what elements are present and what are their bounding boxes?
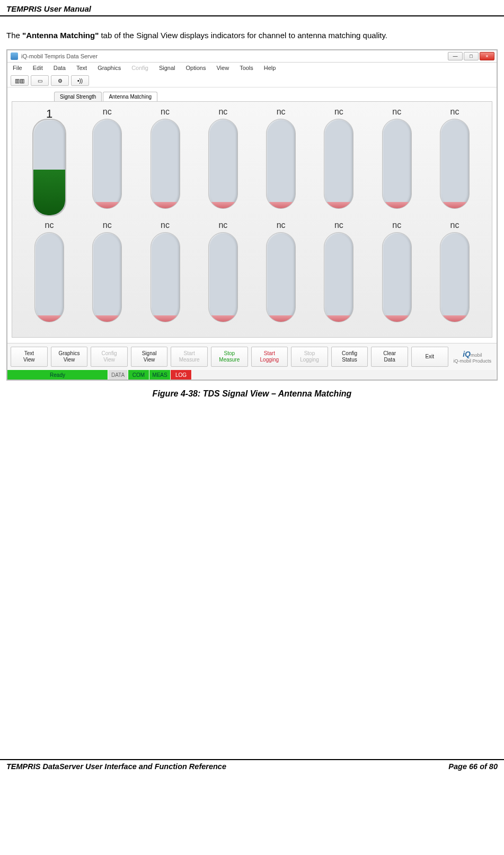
gauge-label: nc [334,107,343,118]
footer-left: TEMPRIS DataServer User Interface and Fu… [6,762,226,771]
close-button[interactable]: × [480,52,494,60]
clear-data-button[interactable]: ClearData [371,347,408,367]
app-window: iQ-mobil Tempris Data Server — □ × File … [6,49,498,381]
menu-graphics[interactable]: Graphics [98,65,121,71]
tab-signal-strength[interactable]: Signal Strength [54,92,102,101]
gauge-fill [383,202,411,208]
config-status-button[interactable]: ConfigStatus [331,347,368,367]
graphics-view-button[interactable]: GraphicsView [51,347,88,367]
gauge-cell: nc [254,221,307,322]
text-view-button[interactable]: TextView [11,347,48,367]
stop-logging-button[interactable]: StopLogging [291,347,328,367]
gauge-body [440,119,470,209]
gauge-fill [35,315,64,322]
header-title: TEMPRIS User Manual [6,4,91,13]
status-com: COM [128,370,149,380]
para-post: tab of the Signal View displays indicato… [99,31,387,40]
tab-antenna-matching[interactable]: Antenna Matching [103,92,157,101]
logo-suffix: mobil [471,352,482,358]
gauge-body [34,232,64,322]
page-footer: TEMPRIS DataServer User Interface and Fu… [0,759,504,776]
menu-help[interactable]: Help [264,65,276,71]
maximize-button[interactable]: □ [464,52,479,60]
gauge-body [266,119,296,209]
gauge-label: nc [103,221,112,231]
para-term: "Antenna Matching" [22,31,99,40]
gauge-cell: nc [312,221,365,322]
status-data: DATA [108,370,128,380]
gauge-label: nc [161,221,170,231]
start-measure-button[interactable]: StartMeasure [171,347,208,367]
gauge-body [324,119,353,209]
gauge-row-2: ncncncncncncncnc [23,221,481,322]
status-log: LOG [171,370,192,380]
gauge-cell: nc [139,107,192,216]
status-bar: Ready DATA COM MEAS LOG [7,370,497,380]
gauge-fill [267,202,295,208]
gauge-fill [151,315,180,322]
config-view-button[interactable]: ConfigView [91,347,128,367]
gauge-label: nc [334,221,343,231]
gauge-body [266,232,296,322]
app-icon [11,52,18,60]
gauge-label: nc [450,107,459,118]
gauge-label: nc [392,221,401,231]
menu-text[interactable]: Text [76,65,87,71]
gauge-label: nc [277,221,286,231]
gauge-label: nc [103,107,112,118]
gauge-cell: nc [370,221,423,322]
gauge-body [208,232,238,322]
gauge-fill [324,315,353,322]
gauge-body [440,232,470,322]
gauge-fill [209,315,237,322]
status-ready: Ready [7,370,108,380]
gauge-body [151,232,180,322]
gauge-fill [440,202,469,208]
gauge-body [92,232,122,322]
content-area: Signal Strength Antenna Matching 1ncncnc… [7,87,497,338]
toolbar-config-icon[interactable]: ⚙ [51,75,69,86]
start-logging-button[interactable]: StartLogging [251,347,288,367]
gauge-fill [209,202,237,208]
figure-caption: Figure 4-38: TDS Signal View – Antenna M… [0,389,504,399]
gauge-fill [93,315,121,322]
gauge-label: nc [450,221,459,231]
toolbar: ▥▥ ▭ ⚙ •)) [7,73,497,87]
exit-button[interactable]: Exit [411,347,448,367]
menu-bar: File Edit Data Text Graphics Config Sign… [7,63,497,73]
menu-edit[interactable]: Edit [33,65,43,71]
body-paragraph: The "Antenna Matching" tab of the Signal… [0,29,504,42]
stop-measure-button[interactable]: StopMeasure [211,347,248,367]
gauge-fill [440,315,469,322]
gauge-cell: nc [139,221,192,322]
footer-right: Page 66 of 80 [448,762,498,771]
menu-view[interactable]: View [216,65,229,71]
minimize-button[interactable]: — [448,52,463,60]
gauge-panel: 1ncncncncncncnc ncncncncncncncnc [12,101,492,338]
logo-brand: iQ [463,350,471,358]
gauge-fill [324,202,353,208]
menu-options[interactable]: Options [186,65,206,71]
gauge-label: nc [218,107,227,118]
gauge-fill [33,170,65,215]
page-header: TEMPRIS User Manual [0,0,504,16]
toolbar-textview-icon[interactable]: ▥▥ [11,75,29,86]
signal-view-button[interactable]: SignalView [131,347,168,367]
gauge-cell: nc [23,221,76,322]
logo-tagline: iQ-mobil Products [452,358,494,364]
toolbar-graphics-icon[interactable]: ▭ [31,75,49,86]
gauge-body [92,119,122,209]
gauge-body [324,232,353,322]
menu-signal[interactable]: Signal [159,65,175,71]
gauge-cell: nc [312,107,365,216]
toolbar-signal-icon[interactable]: •)) [71,75,89,86]
gauge-body [208,119,238,209]
menu-file[interactable]: File [13,65,22,71]
menu-config[interactable]: Config [131,65,148,71]
status-rest [192,370,497,380]
menu-data[interactable]: Data [54,65,66,71]
menu-tools[interactable]: Tools [240,65,253,71]
gauge-label: nc [218,221,227,231]
gauge-label: nc [45,221,54,231]
gauge-label: nc [277,107,286,118]
